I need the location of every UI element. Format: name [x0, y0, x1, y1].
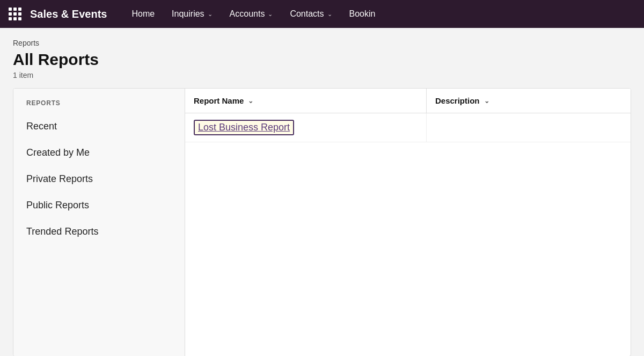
sidebar-item-recent[interactable]: Recent [13, 113, 185, 140]
column-header-report-name[interactable]: Report Name ⌄ [185, 89, 427, 113]
table-body: Lost Business Report [185, 113, 631, 356]
page-title: All Reports [13, 50, 631, 69]
report-name-sort-icon: ⌄ [248, 97, 253, 105]
lost-business-report-link[interactable]: Lost Business Report [194, 120, 294, 135]
main-content: Reports All Reports 1 item REPORTS Recen… [0, 28, 644, 356]
sidebar-item-private-reports[interactable]: Private Reports [13, 166, 185, 192]
description-col-label: Description [435, 96, 480, 105]
sidebar-item-public-reports[interactable]: Public Reports [13, 192, 185, 219]
navbar: Sales & Events Home Inquiries ⌄ Accounts… [0, 0, 644, 28]
grid-menu-icon[interactable] [9, 8, 21, 20]
nav-item-booking[interactable]: Bookin [342, 5, 383, 23]
report-name-cell: Lost Business Report [185, 113, 427, 142]
nav-item-inquiries[interactable]: Inquiries ⌄ [164, 5, 219, 23]
reports-container: REPORTS Recent Created by Me Private Rep… [13, 88, 631, 356]
sidebar-item-trended-reports[interactable]: Trended Reports [13, 219, 185, 245]
table-area: Report Name ⌄ Description ⌄ Lost Busines… [185, 89, 631, 356]
column-header-description[interactable]: Description ⌄ [427, 89, 631, 113]
nav-item-accounts[interactable]: Accounts ⌄ [222, 5, 281, 23]
item-count: 1 item [13, 71, 631, 79]
nav-home-label: Home [131, 9, 155, 19]
contacts-chevron-icon: ⌄ [327, 11, 332, 18]
app-brand[interactable]: Sales & Events [30, 8, 107, 20]
nav-items: Home Inquiries ⌄ Accounts ⌄ Contacts ⌄ B… [124, 5, 635, 23]
description-cell [427, 113, 631, 142]
table-row: Lost Business Report [185, 113, 631, 142]
sidebar-header: REPORTS [13, 99, 185, 113]
inquiries-chevron-icon: ⌄ [208, 11, 213, 18]
report-name-col-label: Report Name [194, 96, 244, 105]
description-sort-icon: ⌄ [484, 97, 489, 105]
nav-booking-label: Bookin [349, 9, 376, 19]
accounts-chevron-icon: ⌄ [268, 11, 273, 18]
nav-inquiries-label: Inquiries [172, 9, 204, 19]
sidebar-item-created-by-me[interactable]: Created by Me [13, 140, 185, 166]
nav-item-home[interactable]: Home [124, 5, 162, 23]
nav-item-contacts[interactable]: Contacts ⌄ [282, 5, 339, 23]
table-header: Report Name ⌄ Description ⌄ [185, 89, 631, 113]
nav-accounts-label: Accounts [230, 9, 265, 19]
sidebar: REPORTS Recent Created by Me Private Rep… [13, 89, 185, 356]
breadcrumb: Reports [13, 39, 631, 47]
nav-contacts-label: Contacts [290, 9, 324, 19]
